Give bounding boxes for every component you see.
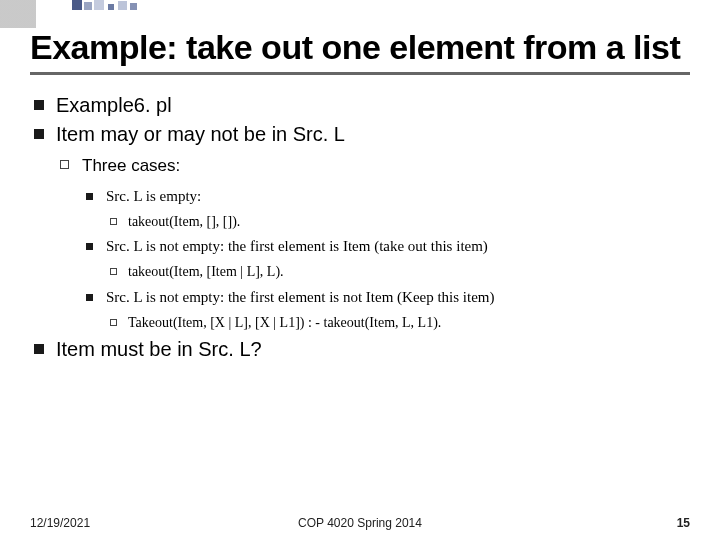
bullet-text: Src. L is not empty: the first element i… (106, 238, 488, 254)
bullet-text: Item must be in Src. L? (56, 338, 262, 360)
bullet-case-first-not-item: Src. L is not empty: the first element i… (82, 284, 690, 335)
bullet-example6: Example6. pl (30, 91, 690, 120)
slide-body: Example6. pl Item may or may not be in S… (0, 75, 720, 364)
bullet-text: Item may or may not be in Src. L (56, 123, 345, 145)
bullet-item-must: Item must be in Src. L? (30, 335, 690, 364)
bullet-case-first-is-item: Src. L is not empty: the first element i… (82, 233, 690, 284)
bullet-text: takeout(Item, [Item | L], L). (128, 264, 284, 279)
bullet-case-empty: Src. L is empty: takeout(Item, [], []). (82, 183, 690, 234)
bullet-three-cases: Three cases: Src. L is empty: takeout(It… (56, 153, 690, 335)
footer-page-number: 15 (677, 516, 690, 530)
slide: Example: take out one element from a lis… (0, 0, 720, 540)
bullet-text: Three cases: (82, 156, 180, 175)
footer-course: COP 4020 Spring 2014 (0, 516, 720, 530)
bullet-code-first-is-item: takeout(Item, [Item | L], L). (106, 260, 690, 284)
slide-title: Example: take out one element from a lis… (30, 28, 690, 66)
bullet-item-may: Item may or may not be in Src. L Three c… (30, 120, 690, 335)
bullet-text: Src. L is not empty: the first element i… (106, 289, 495, 305)
bullet-text: Example6. pl (56, 94, 172, 116)
bullet-code-first-not-item: Takeout(Item, [X | L], [X | L1]) : - tak… (106, 311, 690, 335)
bullet-text: Src. L is empty: (106, 188, 201, 204)
bullet-text: takeout(Item, [], []). (128, 214, 240, 229)
bullet-text: Takeout(Item, [X | L], [X | L1]) : - tak… (128, 315, 441, 330)
top-decoration (0, 0, 720, 18)
bullet-code-empty: takeout(Item, [], []). (106, 210, 690, 234)
